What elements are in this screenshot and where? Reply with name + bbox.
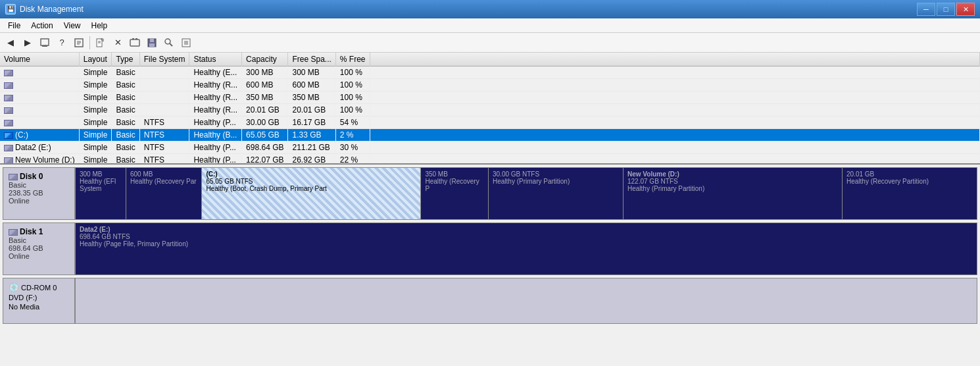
menu-file[interactable]: File — [3, 20, 26, 32]
table-header-row: Volume Layout Type File System Status Ca… — [0, 53, 980, 66]
cell-volume — [0, 66, 79, 79]
cell-volume — [0, 117, 79, 129]
maximize-button[interactable]: □ — [937, 3, 955, 16]
col-pctfree[interactable]: % Free — [335, 53, 370, 66]
cell-free: 211.21 GB — [288, 142, 335, 154]
col-status[interactable]: Status — [189, 53, 242, 66]
cell-capacity: 30.00 GB — [242, 117, 288, 129]
disk0-part1[interactable]: 300 MB Healthy (EFI System — [76, 168, 126, 219]
cell-status: Healthy (B... — [189, 129, 242, 142]
table-row[interactable]: SimpleBasicNTFSHealthy (P...30.00 GB16.1… — [0, 117, 980, 129]
export-button[interactable] — [178, 35, 194, 51]
col-layout[interactable]: Layout — [79, 53, 112, 66]
col-filesystem[interactable]: File System — [139, 53, 189, 66]
new-button[interactable] — [93, 35, 109, 51]
cell-type: Basic — [112, 92, 139, 104]
disk0-part3-c[interactable]: (C:) 65.05 GB NTFS Healthy (Boot, Crash … — [202, 168, 421, 219]
cell-layout: Simple — [79, 79, 112, 92]
cell-volume — [0, 79, 79, 92]
cell-volume: New Volume (D:) — [0, 154, 79, 165]
save-button[interactable] — [144, 35, 160, 51]
cell-pct: 100 % — [335, 79, 370, 92]
help-button[interactable]: ? — [54, 35, 70, 51]
forward-button[interactable]: ▶ — [20, 35, 36, 51]
up-button[interactable] — [37, 35, 53, 51]
volume-icon — [4, 145, 13, 151]
cdrom0-type: DVD (F:) — [9, 294, 69, 301]
cell-type: Basic — [112, 104, 139, 117]
svg-rect-14 — [150, 39, 154, 42]
disk0-status: Online — [9, 197, 69, 205]
disk0-part4[interactable]: 350 MB Healthy (Recovery P — [421, 168, 489, 219]
cdrom0-name: 💿 CD-ROM 0 — [9, 282, 69, 292]
cell-layout: Simple — [79, 117, 112, 129]
col-capacity[interactable]: Capacity — [242, 53, 288, 66]
cell-fs — [139, 92, 189, 104]
cell-status: Healthy (P... — [189, 154, 242, 165]
cell-type: Basic — [112, 154, 139, 165]
volumes-table: Volume Layout Type File System Status Ca… — [0, 53, 980, 165]
svg-line-17 — [170, 43, 172, 46]
properties-button[interactable] — [71, 35, 87, 51]
back-button[interactable]: ◀ — [3, 35, 18, 51]
col-type[interactable]: Type — [112, 53, 139, 66]
menu-bar: File Action View Help — [0, 18, 980, 33]
cell-status: Healthy (P... — [189, 142, 242, 154]
title-bar-left: 💾 Disk Management — [5, 4, 84, 14]
cell-volume: (C:) — [0, 129, 79, 142]
disk0-part6-d[interactable]: New Volume (D:) 122.07 GB NTFS Healthy (… — [624, 168, 843, 219]
table-row[interactable]: (C:)SimpleBasicNTFSHealthy (B...65.05 GB… — [0, 129, 980, 142]
toolbar-separator-1 — [89, 36, 90, 49]
cell-capacity: 300 MB — [242, 66, 288, 79]
close-button[interactable]: ✕ — [956, 3, 975, 16]
disk1-status: Online — [9, 252, 69, 260]
col-volume[interactable]: Volume — [0, 53, 79, 66]
table-row[interactable]: SimpleBasicHealthy (R...20.01 GB20.01 GB… — [0, 104, 980, 117]
cell-status: Healthy (E... — [189, 66, 242, 79]
table-row[interactable]: SimpleBasicHealthy (E...300 MB300 MB100 … — [0, 66, 980, 79]
volume-icon — [4, 82, 13, 89]
svg-rect-15 — [149, 43, 155, 47]
disk0-part5[interactable]: 30.00 GB NTFS Healthy (Primary Partition… — [489, 168, 624, 219]
cell-capacity: 600 MB — [242, 79, 288, 92]
cell-pct: 100 % — [335, 104, 370, 117]
table-row[interactable]: SimpleBasicHealthy (R...350 MB350 MB100 … — [0, 92, 980, 104]
disk0-name: Disk 0 — [9, 172, 69, 181]
minimize-button[interactable]: ─ — [917, 3, 935, 16]
find-button[interactable] — [161, 35, 177, 51]
main-content: Volume Layout Type File System Status Ca… — [0, 53, 980, 366]
disk0-part2[interactable]: 600 MB Healthy (Recovery Par — [126, 168, 202, 219]
menu-view[interactable]: View — [59, 20, 86, 32]
cell-fs: NTFS — [139, 117, 189, 129]
cell-status: Healthy (R... — [189, 79, 242, 92]
table-row[interactable]: Data2 (E:)SimpleBasicNTFSHealthy (P...69… — [0, 142, 980, 154]
cell-free: 1.33 GB — [288, 129, 335, 142]
cdrom0-status: No Media — [9, 303, 69, 311]
disk0-row: Disk 0 Basic 238.35 GB Online 300 MB Hea… — [3, 167, 977, 220]
table-section: Volume Layout Type File System Status Ca… — [0, 53, 980, 165]
cell-layout: Simple — [79, 92, 112, 104]
cdrom0-area — [75, 278, 977, 324]
disk1-size: 698.64 GB — [9, 244, 69, 252]
disk1-part1-e[interactable]: Data2 (E:) 698.64 GB NTFS Healthy (Page … — [76, 223, 977, 274]
title-bar-buttons[interactable]: ─ □ ✕ — [917, 3, 975, 16]
cell-fs — [139, 66, 189, 79]
cell-layout: Simple — [79, 104, 112, 117]
table-row[interactable]: New Volume (D:)SimpleBasicNTFSHealthy (P… — [0, 154, 980, 165]
refresh-button[interactable] — [127, 35, 143, 51]
delete-button[interactable]: ✕ — [110, 35, 126, 51]
cdrom0-label: 💿 CD-ROM 0 DVD (F:) No Media — [3, 278, 75, 324]
disk0-label: Disk 0 Basic 238.35 GB Online — [3, 167, 75, 220]
cell-fs — [139, 104, 189, 117]
cell-layout: Simple — [79, 142, 112, 154]
cell-pct: 2 % — [335, 129, 370, 142]
menu-action[interactable]: Action — [26, 20, 58, 32]
cell-type: Basic — [112, 79, 139, 92]
menu-help[interactable]: Help — [86, 20, 113, 32]
col-freespace[interactable]: Free Spa... — [288, 53, 335, 66]
disk0-part7[interactable]: 20.01 GB Healthy (Recovery Partition) — [843, 168, 977, 219]
disk1-label: Disk 1 Basic 698.64 GB Online — [3, 222, 75, 275]
cell-capacity: 350 MB — [242, 92, 288, 104]
table-row[interactable]: SimpleBasicHealthy (R...600 MB600 MB100 … — [0, 79, 980, 92]
disk0-partitions: 300 MB Healthy (EFI System 600 MB Health… — [75, 167, 977, 220]
